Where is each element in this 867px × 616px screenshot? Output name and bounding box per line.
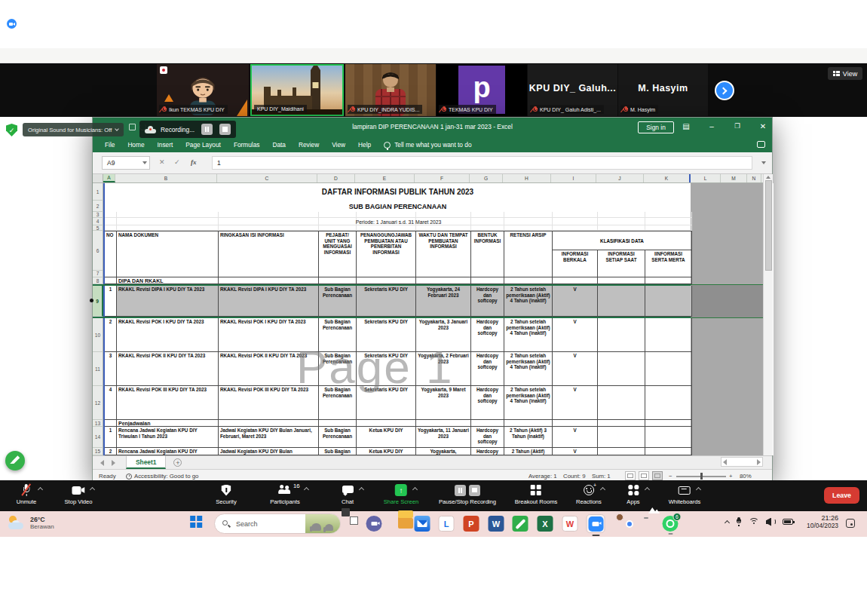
cell[interactable] bbox=[319, 212, 357, 218]
column-header-L[interactable]: L bbox=[691, 174, 721, 182]
taskbar-line-app[interactable]: L bbox=[439, 516, 455, 532]
zoom-percent[interactable]: 80% bbox=[740, 473, 752, 480]
header-cell[interactable]: PENANGGUNGJAWAB PEMBUATAN ATAU PENERBITA… bbox=[357, 231, 416, 277]
header-cell[interactable]: RINGKASAN ISI INFORMASI bbox=[219, 231, 319, 277]
data-cell[interactable]: 4 bbox=[105, 386, 117, 420]
data-cell[interactable]: 2 Tahun (Aktif) 3 Tahun (inaktif) bbox=[504, 427, 553, 448]
toolbar-chat[interactable]: Chat bbox=[342, 484, 354, 505]
header-cell[interactable]: NAMA DOKUMEN bbox=[117, 231, 219, 277]
data-cell[interactable]: Sub Bagian Perencanaan bbox=[319, 286, 357, 317]
column-header-E[interactable]: E bbox=[355, 174, 415, 182]
cell[interactable] bbox=[645, 212, 692, 218]
sheet-grid[interactable]: 1DAFTAR INFORMASI PUBLIK TAHUN 20232SUB … bbox=[93, 183, 774, 455]
section-title-cell[interactable]: DIPA DAN RKAKL bbox=[117, 277, 219, 284]
column-header-D[interactable]: D bbox=[317, 174, 355, 182]
taskbar-mail[interactable] bbox=[415, 516, 430, 532]
ribbon-tab-help[interactable]: Help bbox=[358, 141, 371, 149]
battery-icon[interactable] bbox=[783, 519, 793, 525]
data-cell[interactable]: 2 bbox=[105, 448, 117, 455]
taskbar-chat[interactable] bbox=[366, 516, 382, 532]
excel-close-button[interactable]: ✕ bbox=[756, 122, 770, 130]
data-cell[interactable] bbox=[645, 352, 692, 386]
stop-recording-button[interactable] bbox=[219, 124, 231, 135]
header-klasifikasi-cell[interactable]: INFORMASI SETIAP SAAT bbox=[598, 250, 645, 277]
cell[interactable] bbox=[645, 225, 692, 231]
row-header-14[interactable]: 14 bbox=[93, 427, 103, 448]
row-header-3[interactable]: 3 bbox=[93, 212, 103, 218]
section-cell[interactable] bbox=[471, 277, 504, 284]
row-header-15[interactable]: 15 bbox=[93, 448, 103, 455]
data-cell[interactable]: 3 bbox=[105, 352, 117, 386]
row-header-5[interactable]: 5 bbox=[93, 225, 103, 231]
cell[interactable] bbox=[319, 225, 357, 231]
data-cell[interactable]: Yogyakarta, 24 Februari 2023 bbox=[416, 286, 471, 317]
sheet-nav-left-icon[interactable] bbox=[100, 460, 104, 466]
ribbon-display-options-icon[interactable]: ▤ bbox=[679, 122, 693, 130]
section-cell[interactable] bbox=[645, 277, 692, 284]
notification-icon[interactable] bbox=[846, 519, 855, 528]
section-cell[interactable] bbox=[357, 277, 416, 284]
data-cell[interactable]: Sekretaris KPU DIY bbox=[357, 286, 416, 317]
ribbon-tab-home[interactable]: Home bbox=[127, 141, 144, 149]
next-participants-button[interactable] bbox=[715, 81, 734, 100]
data-cell[interactable]: Hardcopy dan softcopy bbox=[471, 318, 504, 352]
pause-recording-button[interactable] bbox=[201, 124, 213, 135]
toolbar-reactions[interactable]: +Reactions bbox=[576, 484, 602, 505]
sheet-nav-right-icon[interactable] bbox=[112, 460, 115, 466]
data-cell[interactable]: Hardcopy dan bbox=[471, 448, 504, 455]
toolbar-breakout-rooms[interactable]: Breakout Rooms bbox=[515, 484, 558, 505]
data-cell[interactable]: 2 Tahun setelah pemeriksaan (Aktif) 4 Ta… bbox=[504, 352, 553, 386]
header-klasifikasi-title[interactable]: KLASIFIKASI DATA bbox=[553, 231, 692, 250]
section-cell[interactable] bbox=[598, 277, 645, 284]
header-cell[interactable]: BENTUK INFORMASI bbox=[471, 231, 504, 277]
section-cell[interactable] bbox=[504, 420, 553, 427]
ribbon-tab-view[interactable]: View bbox=[332, 141, 345, 149]
zoom-out-button[interactable]: − bbox=[669, 473, 672, 480]
annotation-pencil-button[interactable] bbox=[5, 451, 25, 470]
data-cell[interactable]: 1 bbox=[105, 427, 117, 448]
comment-icon[interactable] bbox=[757, 141, 765, 148]
column-headers[interactable]: ABCDEFGHIJKLMN bbox=[93, 174, 763, 183]
vertical-scrollbar[interactable] bbox=[763, 174, 773, 455]
search-box[interactable]: Search bbox=[214, 513, 341, 534]
original-sound-toggle[interactable]: Original Sound for Musicians: Off bbox=[23, 123, 124, 136]
section-cell[interactable] bbox=[416, 277, 471, 284]
merged-title-cell[interactable]: SUB BAGIAN PERENCANAAN bbox=[105, 201, 691, 212]
formula-input[interactable]: 1 bbox=[212, 156, 752, 170]
column-header-M[interactable]: M bbox=[721, 174, 747, 182]
scrollbar-thumb[interactable] bbox=[765, 180, 772, 271]
section-title-cell[interactable]: Penjadwalan bbox=[117, 420, 219, 427]
cell[interactable] bbox=[553, 225, 598, 231]
taskbar-notes-app[interactable] bbox=[513, 516, 528, 532]
participant-tile-maidihani-active[interactable]: KPU DIY_Maidihani bbox=[250, 64, 344, 116]
data-cell[interactable] bbox=[598, 427, 645, 448]
cell[interactable] bbox=[219, 225, 319, 231]
data-cell[interactable]: V bbox=[553, 318, 598, 352]
cell[interactable] bbox=[598, 212, 645, 218]
column-header-H[interactable]: H bbox=[503, 174, 551, 182]
column-header-G[interactable]: G bbox=[470, 174, 503, 182]
taskbar-clock[interactable]: 21:26 10/04/2023 bbox=[807, 514, 838, 529]
data-cell[interactable]: RKAKL Revisi POK I KPU DIY TA 2023 bbox=[117, 318, 219, 352]
row-header-9[interactable]: 9 bbox=[93, 286, 103, 317]
toolbar-pause-stop-recording[interactable]: Pause/Stop Recording bbox=[439, 484, 496, 505]
tray-expand-icon[interactable] bbox=[725, 520, 730, 526]
data-cell[interactable]: Ketua KPU DIY bbox=[357, 448, 416, 455]
row-header-12[interactable]: 12 bbox=[93, 386, 103, 420]
data-cell[interactable] bbox=[645, 318, 692, 352]
data-cell[interactable] bbox=[598, 386, 645, 420]
section-cell[interactable] bbox=[471, 420, 504, 427]
header-cell[interactable]: WAKTU DAN TEMPAT PEMBUATAN INFORMASI bbox=[416, 231, 471, 277]
cell[interactable] bbox=[105, 212, 117, 218]
toolbar-security[interactable]: Security bbox=[216, 484, 236, 505]
section-cell-a[interactable] bbox=[105, 420, 117, 427]
data-cell[interactable] bbox=[598, 352, 645, 386]
row-header-2[interactable]: 2 bbox=[93, 201, 103, 212]
data-cell[interactable]: Ketua KPU DIY bbox=[357, 427, 416, 448]
column-header-B[interactable]: B bbox=[115, 174, 217, 182]
taskbar-word[interactable]: W bbox=[489, 516, 504, 532]
zoom-slider-thumb[interactable] bbox=[700, 473, 703, 480]
data-cell[interactable]: V bbox=[553, 386, 598, 420]
ribbon-tab-file[interactable]: File bbox=[105, 141, 115, 149]
leave-button[interactable]: Leave bbox=[824, 487, 859, 504]
